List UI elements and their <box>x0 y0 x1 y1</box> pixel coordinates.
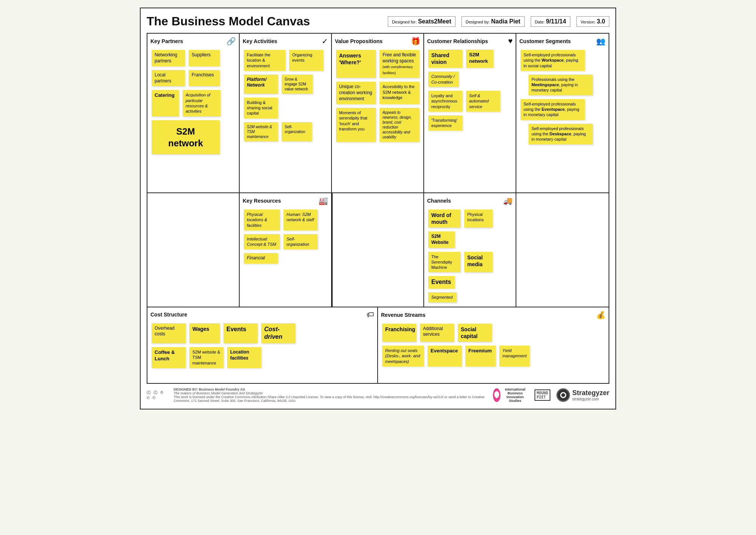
canvas-bottom-row: Cost Structure 🏷 Overhead costs Wages Ev… <box>147 307 609 383</box>
kr-row-3: Financial <box>243 252 279 265</box>
date-label: Date: <box>535 20 545 24</box>
header-meta: Designed for: Seats2Meet Designed by: Na… <box>388 16 609 27</box>
note-location-facilities: Location facilities <box>227 347 261 368</box>
kp-row-1: Networking partners Suppliers <box>150 49 221 67</box>
key-activities-title: Key Activities <box>243 38 277 44</box>
note-s2m-network-cr: S2M network <box>466 50 493 68</box>
kp-spacer <box>147 193 240 307</box>
key-resources-header: Key Resources 🏭 <box>243 196 328 205</box>
note-serendipity-machine: The Serendipity Machine <box>428 252 460 273</box>
note-wages: Wages <box>189 323 220 344</box>
strategyzer-name: Strategyzer <box>572 389 609 397</box>
customer-relationships-notes: Shared vision S2M network Community / Co… <box>427 48 513 132</box>
customer-segments-title: Customer Segments <box>519 38 571 44</box>
strategyzer-text: Strategyzer strategyzer.com <box>572 389 609 401</box>
key-partners-icon: 🔗 <box>226 37 236 46</box>
date-box: Date: 9/11/14 <box>531 16 570 27</box>
key-resources-icon: 🏭 <box>319 196 328 205</box>
revenue-streams-icon: 💰 <box>596 310 606 319</box>
strategyzer-row: Strategyzer strategyzer.com <box>556 388 609 402</box>
note-accessibility-s2m: Accesibility to the S2M network & knowle… <box>380 82 419 104</box>
note-catering: Catering <box>152 90 179 116</box>
ibis-label: International Business Innovation Studie… <box>502 388 528 403</box>
note-answers-where: Answers 'Where?' <box>336 50 376 78</box>
note-franchising: Franchising <box>382 324 416 342</box>
channels-cell: Channels 🚚 Word of mouth Physical locati… <box>424 193 516 307</box>
rs-row-2: Renting out seats (Desks-, work- and mee… <box>381 344 531 368</box>
cr-row-1: Shared vision S2M network Community / Co… <box>427 48 513 88</box>
footer-subtitle: The makers of Business Model Generation … <box>174 391 263 395</box>
strategyzer-logo-container: Strategyzer strategyzer.com <box>556 388 609 402</box>
note-segmented: Segmented <box>428 292 457 302</box>
ka-row-3: S2M website & TSM maintenance Self-organ… <box>243 121 313 143</box>
note-appeals-newness: Appeals to newness, design, brand, cost … <box>380 108 419 142</box>
note-networking-partners: Networking partners <box>152 50 185 66</box>
key-activities-cell: Key Activities ✓ Facilitate the location… <box>240 34 332 192</box>
note-eventspace-rs: Eventspace <box>428 346 462 366</box>
note-self-automated: Self & automated service <box>466 91 500 112</box>
footer-text: DESIGNED BY: Business Model Foundry AG T… <box>174 388 487 403</box>
cs-row-2: Coffee & Lunch S2M website & TSM mainten… <box>150 346 262 369</box>
designed-for-value: Seats2Meet <box>418 18 451 25</box>
key-partners-notes: Networking partners Suppliers Local part… <box>150 49 236 155</box>
ka-row-1: Facilitate the location & environment Or… <box>243 49 324 72</box>
note-grow-s2m: Grow & engage S2M value network <box>282 74 313 94</box>
rs-row-1: Franchising Additional services Social c… <box>381 323 493 343</box>
note-acquisition: Acquisition of particular resources & ac… <box>183 90 220 116</box>
channels-icon: 🚚 <box>503 196 513 205</box>
cost-structure-title: Cost Structure <box>150 312 187 318</box>
note-renting-out: Renting out seats (Desks-, work- and mee… <box>382 346 424 366</box>
key-activities-notes: Facilitate the location & environment Or… <box>243 49 328 143</box>
ibis-icon <box>493 388 500 402</box>
value-propositions-header: Value Propositions 🎁 <box>335 37 420 46</box>
key-resources-notes: Physical: locations & facilities Human: … <box>243 208 328 265</box>
canvas-main: Key Partners 🔗 Networking partners Suppl… <box>147 33 609 384</box>
revenue-streams-cell: Revenue Streams 💰 Franchising Additional… <box>378 307 609 383</box>
value-propositions-icon: 🎁 <box>411 37 420 46</box>
designed-by-box: Designed by: Nadia Piet <box>462 16 525 27</box>
note-self-org-kr: Self-organization <box>284 234 318 250</box>
customer-segments-notes: Self-employed professionals using the Wo… <box>519 49 606 146</box>
note-community-cocreation: Community / Co-creation <box>428 71 459 87</box>
key-partners-header: Key Partners 🔗 <box>150 37 236 46</box>
cost-structure-cell: Cost Structure 🏷 Overhead costs Wages Ev… <box>147 307 378 383</box>
vp-row-1: Answers 'Where?' Free and flexible worki… <box>335 49 420 79</box>
note-loyalty: Loyalty and asynchronous reciprocity <box>428 91 462 112</box>
note-events-ch: Events <box>428 276 455 288</box>
kp-row-4: S2Mnetwork <box>150 119 221 155</box>
cs-spacer <box>516 193 609 307</box>
ka-row-2: Platform/ Network Grow & engage S2M valu… <box>243 73 328 119</box>
key-activities-icon: ✓ <box>322 37 328 46</box>
note-s2m-website: S2M Website <box>428 231 455 248</box>
ibis-svg <box>493 391 500 400</box>
ibis-logo-container: International Business Innovation Studie… <box>493 388 528 403</box>
note-cost-driven: Cost-driven <box>261 323 295 344</box>
note-s2m-website-cs: S2M website & TSM maintenance <box>189 347 223 368</box>
customer-relationships-title: Customer Relationships <box>427 38 488 44</box>
note-self-org-ka: Self-organization <box>282 122 312 141</box>
channels-title: Channels <box>427 198 451 204</box>
kp-row-2: Local partners Franchises <box>150 69 221 87</box>
revenue-streams-notes: Franchising Additional services Social c… <box>381 323 606 368</box>
kr-row-1: Physical: locations & facilities Human: … <box>243 208 319 231</box>
channels-notes: Word of mouth Physical locations S2M Web… <box>427 208 513 304</box>
strategyzer-circle <box>560 392 566 398</box>
value-propositions-title: Value Propositions <box>335 38 383 44</box>
kr-row-2: Intellectual: Concept & TSM Self-organiz… <box>243 233 319 251</box>
note-building-sharing: Building & sharing social capital <box>244 98 278 118</box>
note-franchises: Franchises <box>189 70 220 86</box>
designed-for-box: Designed for: Seats2Meet <box>388 16 455 27</box>
note-suppliers: Suppliers <box>189 50 220 66</box>
cost-structure-icon: 🏷 <box>367 310 374 319</box>
canvas-middle-row: Key Resources 🏭 Physical: locations & fa… <box>147 193 609 307</box>
note-platform-network: Platform/ Network <box>244 74 278 94</box>
note-transforming: 'Transforming' experience <box>428 115 462 131</box>
cc-icons: Ⓒ Ⓒ ® © © <box>147 390 167 400</box>
note-moments-serendipity: Moments of serendipity that 'touch' and … <box>336 108 376 142</box>
note-segment-eventspace: Self-employed professionals using the Ev… <box>521 99 585 120</box>
footer: Ⓒ Ⓒ ® © © DESIGNED BY: Business Model Fo… <box>147 388 609 403</box>
note-unique-cocreation: Unique co-creation working environment <box>336 82 376 104</box>
footer-cc-icons: Ⓒ Ⓒ ® © © <box>147 390 167 400</box>
note-social-capital-rs: Social capital <box>458 324 492 342</box>
header: The Business Model Canvas Designed for: … <box>147 14 609 28</box>
